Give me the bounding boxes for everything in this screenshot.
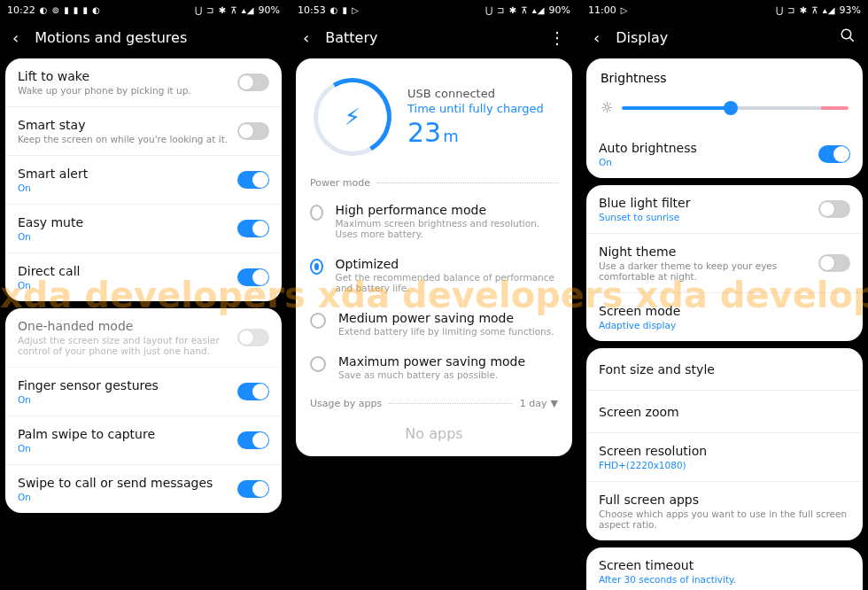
battery-ring: ⚡ (314, 78, 391, 156)
power-mode-option[interactable]: High performance modeMaximum screen brig… (296, 194, 572, 248)
status-right-icons: ⋃ ⊐ ✱ ⊼ ▴◢ (776, 5, 836, 15)
row-title: Blue light filter (599, 196, 818, 210)
sun-icon: ☼ (601, 99, 613, 116)
status-battery-pct: 93% (840, 4, 861, 16)
toggle-switch[interactable] (237, 220, 269, 237)
brightness-slider[interactable] (622, 106, 849, 110)
status-left-icons: ◐ ▮ ▷ (330, 5, 360, 15)
toggle-switch[interactable] (818, 254, 850, 272)
toggle-switch[interactable] (818, 145, 850, 163)
settings-row[interactable]: Finger sensor gesturesOn (5, 368, 282, 416)
option-title: Medium power saving mode (338, 311, 554, 325)
status-left-icons: ▷ (621, 5, 629, 15)
row-title: Palm swipe to capture (18, 427, 237, 441)
row-subtitle: On (599, 157, 818, 167)
radio-button[interactable] (310, 205, 323, 221)
settings-row[interactable]: Full screen appsChoose which apps you wa… (586, 482, 863, 540)
search-icon[interactable] (840, 27, 856, 47)
row-subtitle: On (18, 231, 237, 242)
settings-row[interactable]: Night themeUse a darker theme to keep yo… (586, 234, 863, 293)
toggle-switch[interactable] (237, 480, 269, 498)
settings-row[interactable]: Screen timeoutAfter 30 seconds of inacti… (586, 547, 863, 590)
row-subtitle: After 30 seconds of inactivity. (599, 574, 850, 585)
page-title: Battery (325, 29, 377, 46)
title-bar: ‹ Display (581, 19, 868, 55)
settings-card: Font size and styleScreen zoomScreen res… (586, 348, 863, 540)
option-title: Maximum power saving mode (338, 354, 525, 369)
status-time: 10:53 (298, 4, 326, 16)
row-title: Screen timeout (599, 558, 850, 572)
toggle-switch[interactable] (237, 171, 269, 189)
slider-thumb[interactable] (724, 101, 738, 115)
settings-row[interactable]: Screen resolutionFHD+(2220x1080) (586, 433, 863, 482)
back-icon[interactable]: ‹ (12, 28, 19, 47)
back-icon[interactable]: ‹ (303, 28, 309, 47)
settings-row[interactable]: Lift to wakeWake up your phone by pickin… (5, 58, 282, 107)
row-title: One-handed mode (18, 319, 237, 333)
power-mode-label: Power mode (310, 177, 370, 189)
row-subtitle: On (18, 443, 237, 454)
row-title: Lift to wake (18, 69, 237, 83)
toggle-switch[interactable] (237, 74, 269, 91)
battery-card: ⚡ USB connected Time until fully charged… (296, 58, 572, 456)
toggle-switch[interactable] (818, 200, 850, 218)
settings-row[interactable]: Smart alertOn (5, 156, 282, 205)
row-title: Night theme (599, 245, 818, 259)
overflow-icon[interactable]: ⋮ (549, 28, 565, 47)
radio-button[interactable] (310, 313, 326, 329)
toggle-switch[interactable] (237, 122, 269, 140)
status-left-icons: ◐ ⊚ ▮ ▮ ▮ ◐ (40, 5, 101, 15)
power-mode-option[interactable]: OptimizedGet the recommended balance of … (296, 248, 572, 302)
row-title: Font size and style (599, 362, 850, 377)
usage-header[interactable]: Usage by apps 1 day ▼ (296, 389, 572, 415)
row-title: Auto brightness (599, 141, 818, 155)
settings-card: Blue light filterSunset to sunriseNight … (586, 185, 863, 341)
toggle-switch[interactable] (237, 329, 269, 346)
option-title: Optimized (336, 257, 558, 271)
settings-row[interactable]: Auto brightnessOn (586, 130, 863, 178)
row-title: Direct call (18, 264, 237, 278)
radio-button[interactable] (310, 356, 326, 372)
settings-row[interactable]: Font size and style (586, 348, 863, 391)
toggle-switch[interactable] (237, 431, 269, 449)
power-mode-option[interactable]: Maximum power saving modeSave as much ba… (296, 345, 572, 389)
usage-range-value: 1 day (520, 398, 547, 409)
battery-charge-sub: Time until fully charged (407, 102, 544, 115)
page-title: Motions and gestures (35, 29, 187, 46)
row-subtitle: Use a darker theme to keep your eyes com… (599, 260, 818, 282)
status-battery-pct: 90% (259, 4, 280, 16)
row-title: Screen mode (599, 304, 850, 318)
option-subtitle: Extend battery life by limiting some fun… (338, 326, 554, 337)
status-bar: 11:00 ▷ ⋃ ⊐ ✱ ⊼ ▴◢ 93% (581, 0, 868, 19)
toggle-switch[interactable] (237, 383, 269, 400)
row-subtitle: Wake up your phone by picking it up. (18, 85, 237, 96)
phone-display: 11:00 ▷ ⋃ ⊐ ✱ ⊼ ▴◢ 93% ‹ Display Brightn… (581, 0, 868, 590)
status-time: 11:00 (588, 4, 616, 16)
brightness-card: Brightness ☼ Auto brightnessOn (586, 58, 863, 178)
settings-row[interactable]: Swipe to call or send messagesOn (5, 465, 282, 513)
toggle-switch[interactable] (237, 268, 269, 286)
no-apps-label: No apps (296, 415, 572, 456)
settings-row[interactable]: Screen modeAdaptive display (586, 293, 863, 341)
phone-motions-gestures: 10:22 ◐ ⊚ ▮ ▮ ▮ ◐ ⋃ ⊐ ✱ ⊼ ▴◢ 90% ‹ Motio… (0, 0, 287, 590)
row-subtitle: On (18, 492, 237, 502)
settings-row[interactable]: Direct callOn (5, 253, 282, 301)
back-icon[interactable]: ‹ (593, 28, 600, 47)
row-subtitle: Adaptive display (599, 320, 850, 330)
row-subtitle: Choose which apps you want to use in the… (599, 508, 850, 530)
row-title: Screen resolution (599, 444, 850, 458)
settings-row[interactable]: Palm swipe to captureOn (5, 416, 282, 465)
settings-row[interactable]: Blue light filterSunset to sunrise (586, 185, 863, 234)
radio-button[interactable] (310, 259, 323, 275)
settings-row[interactable]: Easy muteOn (5, 205, 282, 253)
power-mode-option[interactable]: Medium power saving modeExtend battery l… (296, 302, 572, 345)
settings-row[interactable]: Screen zoom (586, 391, 863, 433)
row-title: Full screen apps (599, 493, 850, 507)
row-title: Easy mute (18, 215, 237, 229)
row-subtitle: On (18, 280, 237, 291)
settings-row[interactable]: One-handed modeAdjust the screen size an… (5, 308, 282, 368)
battery-hero: ⚡ USB connected Time until fully charged… (296, 58, 572, 168)
settings-row[interactable]: Smart stayKeep the screen on while you'r… (5, 107, 282, 156)
status-right-icons: ⋃ ⊐ ✱ ⊼ ▴◢ (195, 5, 255, 15)
status-bar: 10:22 ◐ ⊚ ▮ ▮ ▮ ◐ ⋃ ⊐ ✱ ⊼ ▴◢ 90% (0, 0, 287, 19)
